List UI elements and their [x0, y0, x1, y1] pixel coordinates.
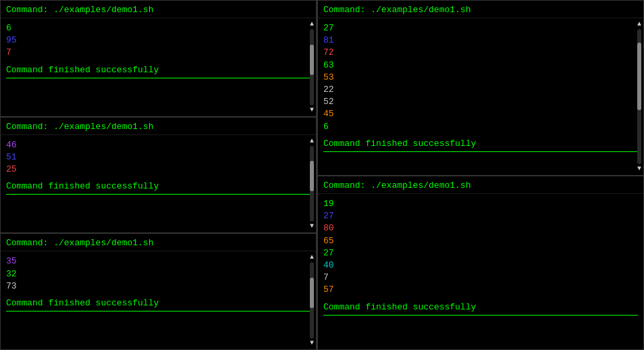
number-line: 73: [6, 280, 311, 293]
success-message: Command finished successfully: [323, 139, 638, 149]
number-line: 45: [323, 108, 638, 120]
terminal-left-top: Command: ./examples/demo1.sh 6 95 7 Comm…: [0, 0, 317, 117]
scrollbar[interactable]: ▲ ▼: [309, 138, 315, 230]
terminal-body-right-top: 27 81 72 63 53 22 52 45 6 Command finish…: [318, 18, 643, 175]
left-panel: Command: ./examples/demo1.sh 6 95 7 Comm…: [0, 0, 317, 350]
scroll-up-arrow[interactable]: ▲: [310, 21, 314, 28]
number-line: 81: [323, 34, 638, 47]
terminal-header-left-top: Command: ./examples/demo1.sh: [1, 1, 316, 18]
terminal-right-top: Command: ./examples/demo1.sh 27 81 72 63…: [317, 0, 644, 176]
terminal-header-right-top: Command: ./examples/demo1.sh: [318, 1, 643, 18]
terminal-header-left-bot: Command: ./examples/demo1.sh: [1, 234, 316, 251]
number-line: 72: [323, 47, 638, 59]
number-line: 57: [323, 284, 638, 296]
number-line: 27: [323, 22, 638, 34]
scrollbar[interactable]: ▲ ▼: [637, 21, 642, 172]
number-line: 63: [323, 59, 638, 72]
scrollbar-thumb[interactable]: [310, 278, 314, 308]
scrollbar-thumb[interactable]: [637, 43, 641, 110]
scroll-down-arrow[interactable]: ▼: [310, 223, 314, 230]
number-line: 27: [323, 210, 638, 222]
divider: [6, 78, 311, 78]
divider: [6, 311, 311, 311]
number-line: 65: [323, 235, 638, 247]
divider: [323, 151, 638, 152]
terminal-left-mid: Command: ./examples/demo1.sh 46 51 25 Co…: [0, 117, 317, 234]
divider: [323, 315, 638, 316]
scrollbar-track: [310, 29, 314, 105]
number-line: 27: [323, 247, 638, 259]
scrollbar-track: [310, 146, 314, 222]
number-line: 6: [6, 22, 311, 34]
scroll-down-arrow[interactable]: ▼: [310, 107, 314, 114]
number-line: 35: [6, 255, 311, 268]
terminal-header-right-bot: Command: ./examples/demo1.sh: [318, 176, 643, 194]
number-line: 52: [323, 96, 638, 108]
number-line: 19: [323, 198, 638, 210]
number-line: 32: [6, 268, 311, 280]
scroll-up-arrow[interactable]: ▲: [637, 21, 641, 28]
number-line: 22: [323, 84, 638, 96]
divider: [6, 194, 311, 195]
number-line: 7: [6, 47, 311, 59]
success-message: Command finished successfully: [323, 302, 638, 312]
success-message: Command finished successfully: [6, 298, 311, 308]
number-line: 6: [323, 121, 638, 133]
scrollbar-track: [637, 29, 641, 164]
right-panel: Command: ./examples/demo1.sh 27 81 72 63…: [317, 0, 644, 350]
scrollbar[interactable]: ▲ ▼: [309, 254, 315, 347]
number-line: 80: [323, 222, 638, 234]
scrollbar-thumb[interactable]: [310, 45, 314, 75]
number-line: 7: [323, 272, 638, 284]
number-line: 51: [6, 151, 311, 164]
scroll-down-arrow[interactable]: ▼: [310, 340, 314, 347]
scrollbar-thumb[interactable]: [310, 161, 314, 191]
terminal-header-left-mid: Command: ./examples/demo1.sh: [1, 118, 316, 135]
scroll-up-arrow[interactable]: ▲: [310, 138, 314, 145]
terminal-right-bot: Command: ./examples/demo1.sh 19 27 80 65…: [317, 176, 644, 350]
terminal-body-right-bot: 19 27 80 65 27 40 7 57 Command finished …: [318, 194, 643, 349]
scrollbar[interactable]: ▲ ▼: [309, 21, 315, 114]
number-line: 25: [6, 164, 311, 176]
scroll-up-arrow[interactable]: ▲: [310, 254, 314, 261]
terminal-left-bot: Command: ./examples/demo1.sh 35 32 73 Co…: [0, 233, 317, 350]
number-line: 46: [6, 139, 311, 151]
number-line: 95: [6, 34, 311, 47]
scrollbar-track: [310, 262, 314, 339]
terminal-body-left-top: 6 95 7 Command finished successfully ▲ ▼: [1, 18, 316, 116]
success-message: Command finished successfully: [6, 65, 311, 75]
success-message: Command finished successfully: [6, 181, 311, 191]
scroll-down-arrow[interactable]: ▼: [637, 166, 641, 172]
terminal-body-left-bot: 35 32 73 Command finished successfully ▲…: [1, 251, 316, 349]
number-line: 53: [323, 72, 638, 84]
terminal-body-left-mid: 46 51 25 Command finished successfully ▲…: [1, 135, 316, 233]
number-line: 40: [323, 259, 638, 272]
